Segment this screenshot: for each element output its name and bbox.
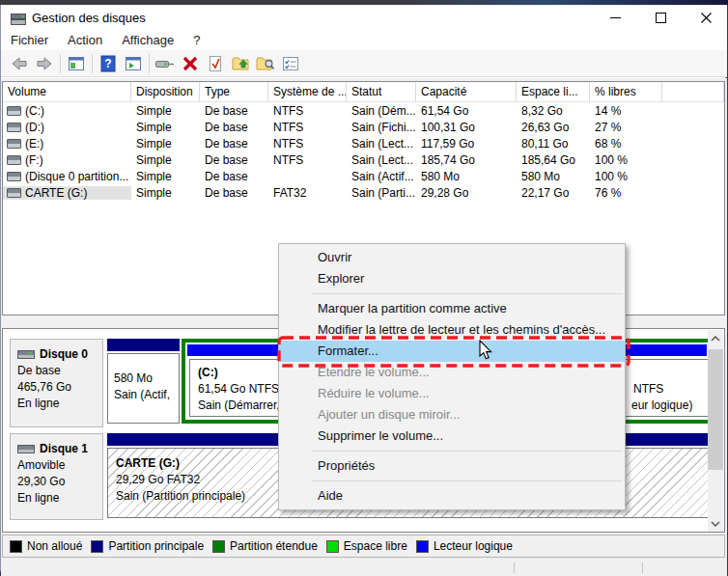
menu-item-ajouter-un-disque-miroir: Ajouter un disque miroir... xyxy=(279,404,625,425)
table-cell: Simple xyxy=(131,104,200,118)
menu-separator xyxy=(312,480,623,481)
volume-cell: (Disque 0 partition... xyxy=(3,170,131,183)
svg-text:?: ? xyxy=(104,57,111,70)
menu-affichage[interactable]: Affichage xyxy=(112,31,183,49)
app-disk-icon xyxy=(11,12,26,29)
table-cell: 185,74 Go xyxy=(416,153,517,167)
legend-label: Espace libre xyxy=(344,539,407,553)
scroll-down-arrow[interactable] xyxy=(708,515,723,532)
table-row[interactable]: (Disque 0 partition...SimpleDe baseSain … xyxy=(3,168,724,184)
menu-item-aide[interactable]: Aide xyxy=(279,485,625,507)
legend-label: Partition étendue xyxy=(230,539,318,553)
menu-item-marquer-la-partition-comme-active[interactable]: Marquer la partition comme active xyxy=(279,298,625,319)
table-cell: 22,17 Go xyxy=(517,186,590,200)
table-cell: Sain (Lect... xyxy=(347,137,416,151)
volume-drive-icon xyxy=(7,188,21,198)
scrollbar-thumb[interactable] xyxy=(708,349,723,470)
table-cell: Simple xyxy=(131,121,200,134)
toolbar-separator xyxy=(149,54,150,73)
check-document-icon[interactable] xyxy=(203,52,228,75)
minimize-button[interactable] xyxy=(596,5,634,30)
partition-c-size: 61,54 Go NTFS xyxy=(198,381,291,398)
disk1-status: En ligne xyxy=(17,491,102,505)
table-cell: Sain (Parti... xyxy=(347,186,416,200)
disk0-header[interactable]: Disque 0 De base 465,76 Go En ligne xyxy=(10,339,103,427)
table-row[interactable]: (E:)SimpleDe baseNTFSSain (Lect...117,59… xyxy=(3,135,724,151)
disk0-name: Disque 0 xyxy=(40,347,88,361)
table-row[interactable]: (C:)SimpleDe baseNTFSSain (Dém...61,54 G… xyxy=(3,102,724,119)
volume-name: (D:) xyxy=(25,121,44,134)
vertical-scrollbar[interactable] xyxy=(708,330,723,532)
console-show-icon[interactable] xyxy=(121,52,146,75)
table-cell: 580 Mo xyxy=(416,170,517,183)
maximize-button[interactable] xyxy=(641,5,680,30)
back-arrow[interactable] xyxy=(7,52,32,75)
menu-?[interactable]: ? xyxy=(183,31,210,49)
volume-drive-icon xyxy=(7,123,21,132)
partition-g-status: Sain (Partition principale) xyxy=(116,488,245,505)
menu-fichier[interactable]: Fichier xyxy=(1,31,58,49)
mouse-cursor xyxy=(479,340,493,361)
help-icon[interactable]: ? xyxy=(96,52,121,75)
console-window-icon[interactable] xyxy=(64,52,89,75)
column-header-Type[interactable]: Type xyxy=(200,82,268,101)
table-row[interactable]: (F:)SimpleDe baseNTFSSain (Lect...185,74… xyxy=(3,151,724,168)
table-cell: 580 Mo xyxy=(517,170,590,183)
menu-item-supprimer-le-volume[interactable]: Supprimer le volume... xyxy=(279,425,625,447)
table-cell: 117,59 Go xyxy=(416,137,517,151)
table-cell: De base xyxy=(200,153,268,167)
column-header-Disposition[interactable]: Disposition xyxy=(131,82,200,101)
disk1-header[interactable]: Disque 1 Amovible 29,30 Go En ligne xyxy=(10,433,103,520)
table-cell: Sain (Lect... xyxy=(347,153,416,167)
partition-g-label: CARTE (G:) xyxy=(116,455,245,472)
legend-color-swatch xyxy=(326,540,339,553)
volume-cell: (E:) xyxy=(3,137,131,151)
folder-search-icon[interactable] xyxy=(253,52,278,75)
volume-cell: CARTE (G:) xyxy=(3,186,131,200)
table-cell: Sain (Fichi... xyxy=(347,121,416,134)
context-menu: OuvrirExplorerMarquer la partition comme… xyxy=(278,243,626,510)
menu-bar: FichierActionAffichage? xyxy=(1,30,727,50)
table-row[interactable]: (D:)SimpleDe baseNTFSSain (Fichi...100,3… xyxy=(3,119,724,135)
folder-export-icon[interactable] xyxy=(228,52,253,75)
checklist-icon[interactable] xyxy=(278,52,303,75)
primary-partition-bar xyxy=(107,339,180,351)
status-divider xyxy=(642,562,643,573)
table-cell: FAT32 xyxy=(268,186,347,200)
volume-table-header: VolumeDispositionTypeSystème de ...Statu… xyxy=(3,82,724,102)
column-header-Système de ...[interactable]: Système de ... xyxy=(268,82,347,101)
volume-name: (E:) xyxy=(25,137,43,151)
menu-item-propriétés[interactable]: Propriétés xyxy=(279,455,625,477)
menu-action[interactable]: Action xyxy=(58,31,112,49)
scroll-up-arrow[interactable] xyxy=(708,330,723,346)
column-header-Statut[interactable]: Statut xyxy=(347,82,416,101)
volume-cell: (F:) xyxy=(3,153,131,167)
volume-drive-icon xyxy=(7,139,21,149)
table-cell: 61,54 Go xyxy=(416,104,517,118)
volume-table-body: (C:)SimpleDe baseNTFSSain (Dém...61,54 G… xyxy=(3,102,724,201)
disk-icon xyxy=(17,445,35,453)
column-header-Volume[interactable]: Volume xyxy=(3,82,131,101)
delete-icon[interactable] xyxy=(178,52,203,75)
forward-arrow[interactable] xyxy=(32,52,57,75)
table-row[interactable]: CARTE (G:)SimpleDe baseFAT32Sain (Parti.… xyxy=(3,184,724,201)
partition-g-size: 29,29 Go FAT32 xyxy=(116,472,245,488)
disk-management-screenshot: Gestion des disques FichierActionAfficha… xyxy=(0,0,728,576)
column-header-spacer[interactable] xyxy=(662,82,724,101)
toolbar: ? xyxy=(1,50,727,77)
column-header-Espace li...[interactable]: Espace li... xyxy=(517,82,590,101)
table-cell: 100 % xyxy=(590,153,662,167)
menu-item-explorer[interactable]: Explorer xyxy=(279,268,625,289)
column-header-% libres[interactable]: % libres xyxy=(590,82,662,101)
table-cell: Sain (Actif... xyxy=(347,170,416,183)
table-cell: NTFS xyxy=(268,121,347,134)
volume-drive-icon xyxy=(7,155,21,165)
device-icon[interactable] xyxy=(153,52,178,75)
column-header-Capacité[interactable]: Capacité xyxy=(416,82,517,101)
legend-label: Lecteur logique xyxy=(434,539,513,553)
close-button[interactable] xyxy=(686,5,725,30)
status-bar xyxy=(1,560,727,576)
menu-item-ouvrir[interactable]: Ouvrir xyxy=(279,247,625,268)
partition-system-reserved[interactable]: 580 Mo Sain (Actif, xyxy=(107,339,180,424)
disk0-type: De base xyxy=(17,364,102,377)
